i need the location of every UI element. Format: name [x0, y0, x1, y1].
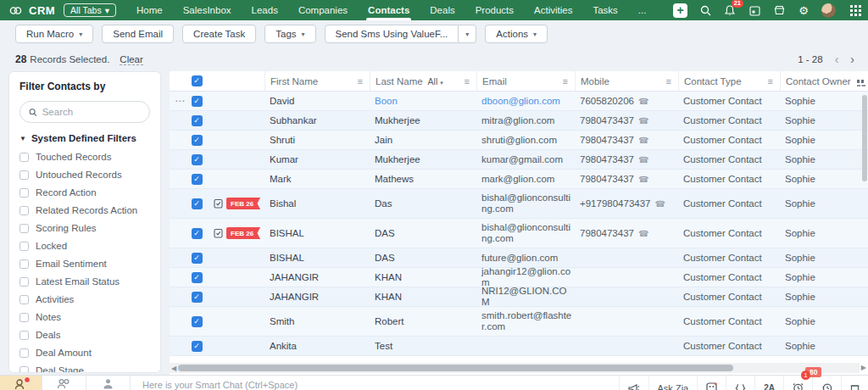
nav-tab-[interactable]: ...	[638, 0, 647, 20]
marketplace-icon[interactable]	[772, 3, 786, 17]
tags-button[interactable]: Tags▾	[264, 25, 315, 43]
checkbox[interactable]	[19, 153, 29, 162]
row-checkbox[interactable]: ✓	[192, 316, 203, 327]
table-row[interactable]: ✓FEB 26BishalDasbishal@glionconsulting.c…	[170, 189, 868, 219]
ask-zia-button[interactable]: Ask Zia	[648, 376, 698, 390]
actions-button[interactable]: Actions▾	[485, 25, 548, 43]
quick-create-button[interactable]: +	[673, 3, 687, 18]
task-icon[interactable]	[214, 228, 223, 238]
scroll-right-arrow-icon[interactable]: ▶	[861, 364, 866, 371]
recycle-bin-icon[interactable]	[841, 376, 868, 390]
horizontal-scrollbar-thumb[interactable]	[178, 365, 733, 371]
smart-chat-input[interactable]: Here is your Smart Chat (Ctrl+Space)	[131, 376, 619, 390]
row-checkbox[interactable]: ✓	[192, 96, 203, 107]
date-ribbon-badge[interactable]: FEB 26	[226, 227, 260, 239]
row-checkbox[interactable]: ✓	[192, 292, 203, 303]
phone-icon[interactable]: ☎	[638, 175, 648, 184]
phone-icon[interactable]: ☎	[638, 136, 648, 145]
row-options-icon[interactable]: ⋯	[175, 95, 185, 107]
nav-tab-contacts[interactable]: Contacts	[368, 0, 409, 20]
checkbox[interactable]	[19, 277, 29, 287]
table-row[interactable]: ✓MarkMathewsmark@glion.com7980473437☎Cus…	[170, 170, 868, 189]
column-header-mobile[interactable]: Mobile≡	[575, 71, 678, 91]
filter-item-related-records-action[interactable]: Related Records Action	[19, 205, 150, 215]
phone-icon[interactable]: ☎	[638, 116, 648, 125]
clear-selection-link[interactable]: Clear	[120, 54, 142, 65]
horizontal-scrollbar[interactable]: ◀	[170, 363, 860, 373]
phone-icon[interactable]: ☎	[654, 199, 665, 209]
column-header-last[interactable]: Last NameAll ▾≡	[370, 71, 476, 91]
checkbox[interactable]	[19, 313, 29, 322]
column-menu-icon[interactable]: ≡	[768, 76, 773, 86]
last-name-filter[interactable]: All ▾	[428, 76, 443, 86]
notifications-bell-icon[interactable]: 21	[723, 3, 737, 17]
send-sms-using-valuef-dropdown-button[interactable]: ▾	[459, 25, 476, 43]
column-header-owner[interactable]: Contact Owner	[780, 71, 854, 91]
phone-icon[interactable]: ☎	[638, 229, 648, 238]
all-tabs-dropdown[interactable]: All Tabs▾	[64, 3, 116, 17]
phone-icon[interactable]: ☎	[638, 155, 648, 164]
column-menu-icon[interactable]: ≡	[563, 76, 568, 86]
table-row[interactable]: ⋯✓DavidBoondboon@glion.com7605820206☎Cus…	[170, 92, 868, 111]
table-row[interactable]: ✓AnkitaTestCustomer ContactSophie	[170, 337, 868, 356]
nav-tab-activities[interactable]: Activities	[534, 0, 572, 20]
reminders-alarm-icon[interactable]: 1	[783, 376, 812, 390]
table-row[interactable]: ✓BISHALDASfuture@glion.comCustomer Conta…	[170, 248, 868, 268]
nav-tab-companies[interactable]: Companies	[298, 0, 348, 20]
contacts-chat-tab[interactable]	[86, 376, 131, 390]
manage-columns-icon[interactable]	[856, 76, 866, 92]
row-checkbox[interactable]: ✓	[192, 115, 203, 126]
filter-item-activities[interactable]: Activities	[19, 294, 150, 304]
table-row[interactable]: ✓KumarMukherjeekumar@gmail.com7980473437…	[170, 150, 868, 170]
cell-last-name[interactable]: Boon	[375, 96, 398, 106]
checkbox[interactable]	[19, 206, 29, 215]
chat-notifications-tab[interactable]	[0, 376, 42, 390]
column-header-first[interactable]: First Name≡	[264, 71, 370, 91]
row-checkbox[interactable]: ✓	[192, 228, 203, 239]
table-row[interactable]: ✓FEB 26BISHALDASbishal@glionconsulting.c…	[170, 219, 868, 248]
cell-email[interactable]: dboon@glion.com	[481, 96, 560, 107]
scroll-left-arrow-icon[interactable]: ◀	[170, 365, 178, 372]
filter-item-deal-stage[interactable]: Deal Stage	[19, 365, 150, 373]
send-sms-using-valuef-button[interactable]: Send Sms Using ValueF...	[325, 25, 459, 43]
checkbox[interactable]	[19, 295, 29, 304]
filter-item-notes[interactable]: Notes	[19, 312, 150, 322]
nav-tab-leads[interactable]: Leads	[252, 0, 278, 20]
system-defined-filters-section[interactable]: ▼ System Defined Filters	[19, 133, 150, 143]
zia-chat-icon[interactable]	[697, 376, 726, 390]
channels-tab[interactable]	[42, 376, 86, 390]
checkbox[interactable]	[19, 331, 29, 340]
filter-item-deal-amount[interactable]: Deal Amount	[19, 348, 150, 358]
create-task-button[interactable]: Create Task	[182, 25, 256, 43]
filter-search-input[interactable]	[42, 107, 141, 117]
checkbox[interactable]	[19, 224, 29, 233]
prev-page-chevron-icon[interactable]: ‹	[835, 53, 839, 65]
translate-icon[interactable]: 2A	[754, 376, 783, 390]
column-header-type[interactable]: Contact Type≡	[678, 71, 780, 91]
user-avatar[interactable]	[821, 3, 836, 18]
checkbox[interactable]	[19, 259, 29, 269]
nav-tab-products[interactable]: Products	[476, 0, 514, 20]
checkbox[interactable]	[19, 242, 29, 251]
filter-item-scoring-rules[interactable]: Scoring Rules	[19, 223, 150, 233]
row-checkbox[interactable]: ✓	[192, 253, 203, 264]
next-page-chevron-icon[interactable]: ›	[850, 53, 854, 65]
checkbox[interactable]	[19, 348, 29, 358]
send-email-button[interactable]: Send Email	[102, 25, 174, 43]
app-launcher-grid-icon[interactable]	[850, 5, 861, 16]
shortcuts-icon[interactable]	[726, 376, 754, 390]
filter-item-deals[interactable]: Deals	[19, 330, 150, 340]
filter-item-record-action[interactable]: Record Action	[19, 187, 150, 198]
table-row[interactable]: ✓SubhankarMukherjeemitra@glion.com798047…	[170, 111, 868, 131]
vertical-scrollbar-thumb[interactable]	[862, 95, 867, 181]
column-header-email[interactable]: Email≡	[476, 71, 575, 91]
row-checkbox[interactable]: ✓	[192, 135, 203, 146]
table-row[interactable]: ✓JAHANGIRKHANNRI12@GLION.COMCustomer Con…	[170, 287, 868, 307]
task-icon[interactable]	[214, 198, 223, 209]
checkbox[interactable]	[19, 366, 29, 374]
nav-tab-home[interactable]: Home	[136, 0, 163, 20]
table-row[interactable]: ✓ShrutiJainshruti@glion.com7980473437☎Cu…	[170, 131, 868, 150]
table-row[interactable]: ✓SmithRobertsmith.robert@flashter.comCus…	[170, 307, 868, 337]
row-checkbox[interactable]: ✓	[192, 174, 203, 185]
column-menu-icon[interactable]: ≡	[358, 76, 363, 86]
